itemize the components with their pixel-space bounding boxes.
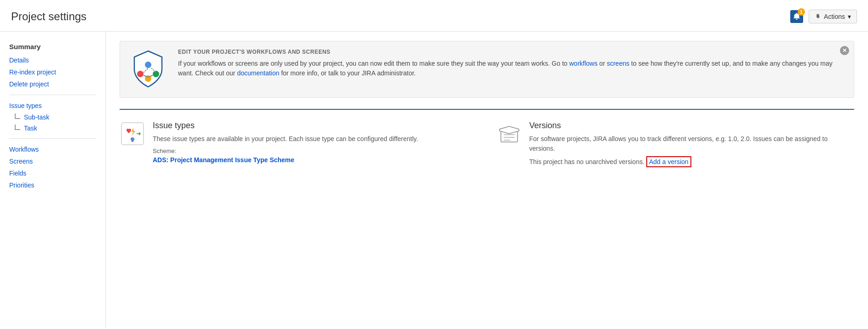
notification-badge: 1 bbox=[798, 8, 805, 16]
sidebar: Summary Details Re-index project Delete … bbox=[0, 32, 106, 329]
sidebar-divider-2 bbox=[9, 138, 96, 139]
svg-point-2 bbox=[153, 71, 159, 77]
gear-icon bbox=[815, 13, 821, 20]
sidebar-item-screens[interactable]: Screens bbox=[0, 155, 105, 167]
sidebar-item-task[interactable]: Task bbox=[0, 123, 105, 134]
issue-types-scheme-link[interactable]: ADS: Project Management Issue Type Schem… bbox=[153, 156, 294, 164]
versions-card: Versions For software projects, JIRA all… bbox=[496, 121, 855, 170]
actions-chevron-icon: ▾ bbox=[848, 13, 851, 20]
versions-card-body: Versions For software projects, JIRA all… bbox=[529, 121, 855, 170]
versions-description: For software projects, JIRA allows you t… bbox=[529, 134, 855, 153]
cards-row: Issue types These issue types are availa… bbox=[120, 121, 854, 170]
issue-types-description: These issue types are available in your … bbox=[153, 134, 418, 144]
svg-point-0 bbox=[137, 71, 144, 77]
sidebar-item-reindex[interactable]: Re-index project bbox=[0, 66, 105, 78]
sidebar-item-priorities[interactable]: Priorities bbox=[0, 179, 105, 191]
add-version-highlight: Add a version bbox=[646, 156, 691, 167]
sidebar-divider-1 bbox=[9, 95, 96, 95]
issue-types-scheme-label: Scheme: bbox=[153, 147, 418, 154]
sidebar-item-subtask[interactable]: Sub-task bbox=[0, 112, 105, 123]
versions-icon bbox=[496, 121, 522, 147]
sidebar-summary-title: Summary bbox=[0, 41, 105, 54]
svg-point-1 bbox=[145, 62, 151, 68]
close-icon: ✕ bbox=[842, 47, 847, 54]
sidebar-item-details[interactable]: Details bbox=[0, 54, 105, 66]
workflow-banner-heading: EDIT YOUR PROJECT'S WORKFLOWS AND SCREEN… bbox=[178, 49, 835, 55]
sidebar-item-issue-types[interactable]: Issue types bbox=[0, 100, 105, 112]
banner-text-before: If your workflows or screens are only us… bbox=[178, 60, 569, 67]
banner-text-middle: or bbox=[598, 60, 607, 67]
versions-no-versions-text: This project has no unarchived versions.… bbox=[529, 157, 855, 167]
banner-text-end: for more info, or talk to your JIRA admi… bbox=[279, 69, 415, 77]
header-actions: 1 Actions ▾ bbox=[788, 8, 857, 25]
add-version-link[interactable]: Add a version bbox=[649, 158, 689, 165]
page-title: Project settings bbox=[11, 10, 86, 23]
sidebar-item-fields[interactable]: Fields bbox=[0, 167, 105, 179]
issue-types-title: Issue types bbox=[153, 121, 418, 130]
issue-types-icon bbox=[120, 121, 145, 147]
actions-button[interactable]: Actions ▾ bbox=[809, 10, 857, 23]
banner-close-button[interactable]: ✕ bbox=[840, 46, 849, 55]
versions-title: Versions bbox=[529, 121, 855, 130]
issue-types-card: Issue types These issue types are availa… bbox=[120, 121, 478, 170]
section-divider bbox=[120, 109, 854, 110]
workflow-illustration bbox=[127, 49, 169, 90]
screens-link[interactable]: screens bbox=[607, 60, 629, 67]
sidebar-item-delete[interactable]: Delete project bbox=[0, 78, 105, 90]
workflow-banner: EDIT YOUR PROJECT'S WORKFLOWS AND SCREEN… bbox=[120, 41, 854, 98]
actions-label: Actions bbox=[824, 13, 845, 20]
notification-button[interactable]: 1 bbox=[788, 8, 805, 25]
layout: Summary Details Re-index project Delete … bbox=[0, 32, 868, 329]
workflows-link[interactable]: workflows bbox=[569, 60, 598, 67]
issue-types-card-body: Issue types These issue types are availa… bbox=[153, 121, 418, 164]
main-content: EDIT YOUR PROJECT'S WORKFLOWS AND SCREEN… bbox=[106, 32, 868, 329]
documentation-link[interactable]: documentation bbox=[237, 69, 279, 77]
sidebar-item-workflows[interactable]: Workflows bbox=[0, 143, 105, 155]
workflow-banner-text-container: EDIT YOUR PROJECT'S WORKFLOWS AND SCREEN… bbox=[178, 49, 835, 78]
workflow-banner-body: If your workflows or screens are only us… bbox=[178, 59, 835, 78]
header: Project settings 1 Actions ▾ bbox=[0, 0, 868, 32]
